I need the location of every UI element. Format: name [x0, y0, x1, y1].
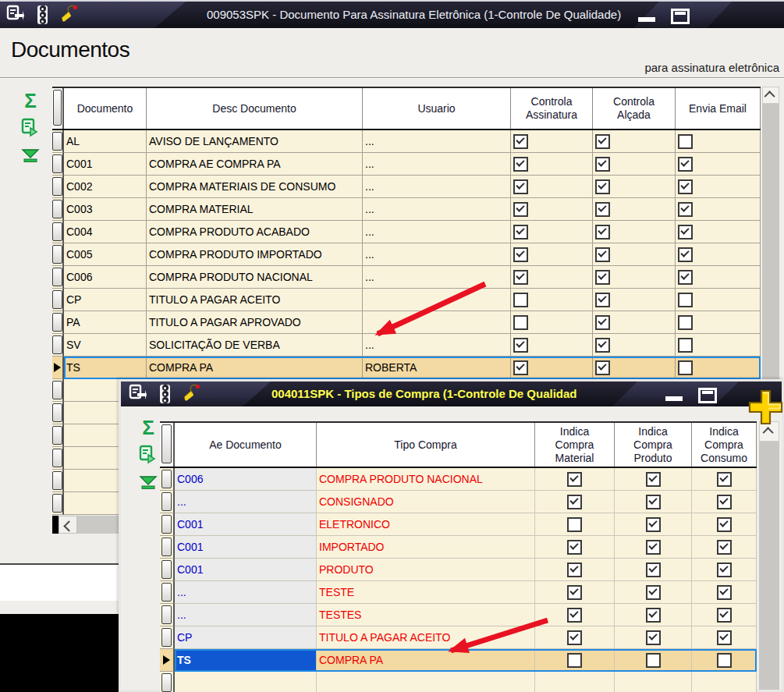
checkbox-checked[interactable]: [678, 225, 693, 240]
row-selector[interactable]: [52, 176, 64, 198]
row-selector[interactable]: [160, 536, 175, 559]
checkbox-cell[interactable]: [692, 626, 757, 649]
usuario-cell[interactable]: ...: [363, 221, 511, 243]
checkbox-cell[interactable]: [593, 153, 676, 176]
tipo-compra-cell[interactable]: [317, 672, 535, 692]
table-row[interactable]: C001IMPORTADO: [160, 536, 757, 559]
checkbox-cell[interactable]: [535, 649, 615, 672]
checkbox-unchecked[interactable]: [678, 134, 693, 149]
table-row[interactable]: C001COMPRA AE COMPRA PA...: [52, 153, 761, 176]
checkbox-cell[interactable]: [511, 198, 593, 221]
table-row[interactable]: C001PRODUTO: [160, 559, 757, 581]
checkbox-checked[interactable]: [646, 562, 661, 577]
column-header[interactable]: Tipo Compra: [317, 423, 535, 467]
documento-cell[interactable]: TS: [64, 357, 147, 379]
checkbox-cell[interactable]: [511, 243, 593, 266]
checkbox-cell[interactable]: [593, 198, 676, 221]
row-selector[interactable]: [52, 153, 64, 176]
checkbox-unchecked[interactable]: [513, 315, 528, 330]
checkbox-cell[interactable]: [692, 491, 757, 513]
checkbox-checked[interactable]: [513, 202, 528, 217]
checkbox-unchecked[interactable]: [678, 360, 693, 375]
checkbox-cell[interactable]: [593, 243, 676, 266]
checkbox-checked[interactable]: [678, 270, 693, 285]
tipo-compra-cell[interactable]: PRODUTO: [317, 559, 535, 581]
checkbox-unchecked[interactable]: [513, 293, 528, 307]
row-selector[interactable]: [52, 470, 64, 492]
documento-cell[interactable]: CP: [64, 289, 147, 311]
checkbox-checked[interactable]: [717, 495, 732, 509]
checkbox-cell[interactable]: [535, 581, 615, 604]
checkbox-cell[interactable]: [692, 604, 757, 626]
tipo-compra-cell[interactable]: COMPRA PRODUTO NACIONAL: [317, 468, 535, 491]
ae-documento-cell[interactable]: ...: [175, 604, 317, 626]
goto-end-icon[interactable]: [139, 475, 158, 494]
documento-cell[interactable]: C006: [64, 266, 147, 289]
table-row[interactable]: C004COMPRA PRODUTO ACABADO...: [52, 221, 761, 243]
checkbox-checked[interactable]: [513, 338, 528, 353]
checkbox-checked[interactable]: [567, 630, 582, 645]
checkbox-cell[interactable]: [593, 334, 676, 357]
ae-documento-cell[interactable]: TS: [175, 649, 317, 672]
table-row[interactable]: C001ELETRONICO: [160, 513, 757, 536]
main-titlebar[interactable]: 009053SPK - Documento Para Assinatura El…: [0, 2, 784, 28]
ae-documento-cell[interactable]: [175, 672, 317, 692]
checkbox-cell[interactable]: [692, 672, 757, 692]
desc-documento-cell[interactable]: COMPRA MATERIAIS DE CONSUMO: [147, 176, 363, 198]
desc-documento-cell[interactable]: COMPRA MATERIAL: [147, 198, 363, 221]
sum-icon[interactable]: Σ: [24, 90, 37, 111]
checkbox-unchecked[interactable]: [567, 653, 582, 668]
desc-documento-cell[interactable]: COMPRA PRODUTO NACIONAL: [147, 266, 363, 289]
desc-documento-cell[interactable]: COMPRA AE COMPRA PA: [147, 153, 363, 176]
row-selector[interactable]: [52, 424, 64, 447]
checkbox-cell[interactable]: [593, 311, 676, 334]
table-row[interactable]: [160, 672, 757, 692]
scrollbar-track[interactable]: [759, 442, 779, 690]
row-selector[interactable]: [52, 492, 64, 515]
usuario-cell[interactable]: ...: [363, 266, 511, 289]
desc-documento-cell[interactable]: COMPRA PA: [147, 357, 363, 379]
scroll-left-button[interactable]: [59, 516, 77, 534]
checkbox-cell[interactable]: [593, 289, 676, 311]
checkbox-checked[interactable]: [678, 202, 693, 217]
checkbox-cell[interactable]: [535, 604, 615, 626]
checkbox-unchecked[interactable]: [678, 338, 693, 353]
checkbox-cell[interactable]: [692, 468, 757, 491]
column-header[interactable]: Indica Compra Produto: [615, 423, 692, 467]
column-header[interactable]: Ae Documento: [175, 423, 317, 467]
checkbox-cell[interactable]: [676, 311, 761, 334]
checkbox-checked[interactable]: [567, 540, 582, 555]
export-icon[interactable]: [20, 118, 41, 141]
checkbox-checked[interactable]: [567, 495, 582, 509]
table-row[interactable]: C003COMPRA MATERIAL...: [52, 198, 761, 221]
tipo-compra-cell[interactable]: TITULO A PAGAR ACEITO: [317, 626, 535, 649]
checkbox-checked[interactable]: [717, 630, 732, 645]
checkbox-checked[interactable]: [717, 472, 732, 487]
tipo-compra-cell[interactable]: TESTE: [317, 581, 535, 604]
usuario-cell[interactable]: ...: [363, 130, 511, 153]
export-icon[interactable]: [138, 445, 158, 468]
checkbox-checked[interactable]: [567, 608, 582, 623]
desc-documento-cell[interactable]: COMPRA PRODUTO IMPORTADO: [147, 243, 363, 266]
checkbox-checked[interactable]: [567, 585, 582, 600]
column-header[interactable]: Indica Compra Material: [535, 423, 615, 467]
checkbox-checked[interactable]: [646, 540, 661, 555]
tipo-compra-cell[interactable]: CONSIGNADO: [317, 491, 535, 513]
row-selector[interactable]: [160, 604, 175, 626]
tipos-compra-table-vscrollbar[interactable]: [759, 421, 779, 690]
checkbox-unchecked[interactable]: [567, 517, 582, 532]
checkbox-cell[interactable]: [535, 468, 615, 491]
row-selector[interactable]: [52, 334, 64, 357]
documento-cell[interactable]: PA: [64, 311, 147, 334]
usuario-cell[interactable]: [363, 311, 511, 334]
checkbox-cell[interactable]: [676, 334, 761, 357]
traffic-light-icon[interactable]: [37, 5, 48, 24]
row-selector[interactable]: [52, 402, 64, 424]
traffic-light-icon[interactable]: [160, 385, 170, 403]
table-row[interactable]: CPTITULO A PAGAR ACEITO: [52, 289, 761, 311]
row-selector[interactable]: [160, 626, 175, 649]
checkbox-checked[interactable]: [513, 157, 528, 172]
checkbox-cell[interactable]: [676, 130, 761, 153]
table-row[interactable]: ...TESTES: [160, 604, 757, 626]
checkbox-unchecked[interactable]: [678, 315, 693, 330]
